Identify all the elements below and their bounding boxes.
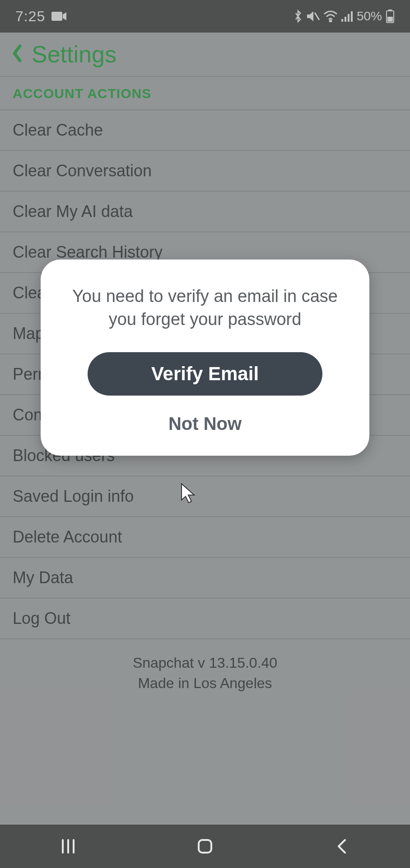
- nav-home-button[interactable]: [182, 837, 228, 855]
- not-now-button[interactable]: Not Now: [62, 414, 348, 434]
- system-nav-bar: [0, 825, 410, 868]
- nav-recent-button[interactable]: [46, 837, 91, 855]
- nav-back-button[interactable]: [319, 837, 364, 855]
- dialog-message: You need to verify an email in case you …: [62, 285, 348, 331]
- verify-email-button[interactable]: Verify Email: [88, 352, 322, 396]
- svg-rect-13: [199, 840, 211, 853]
- verify-email-dialog: You need to verify an email in case you …: [41, 259, 369, 456]
